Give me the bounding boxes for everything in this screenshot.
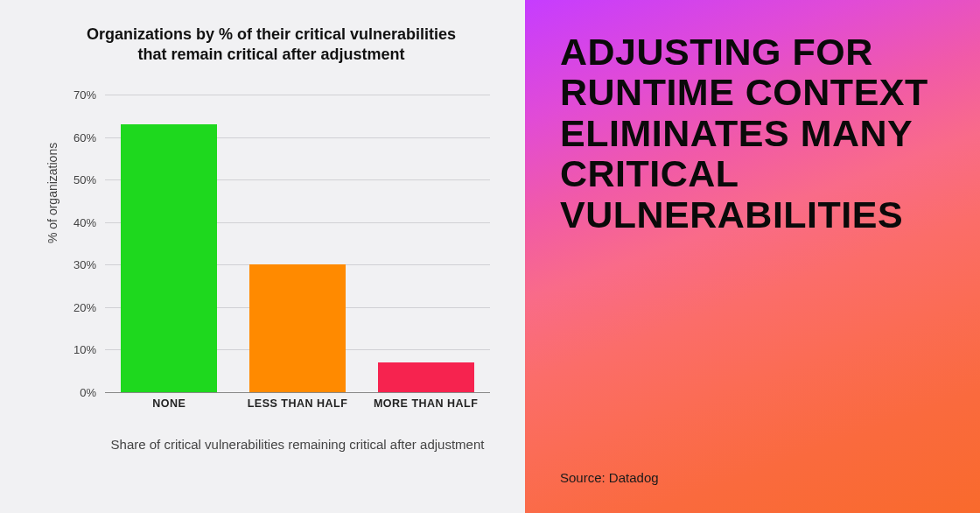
bar xyxy=(249,264,346,392)
headline-panel: ADJUSTING FOR RUNTIME CONTEXT ELIMINATES… xyxy=(525,0,980,513)
x-axis-label: Share of critical vulnerabilities remain… xyxy=(105,436,490,453)
headline-text: ADJUSTING FOR RUNTIME CONTEXT ELIMINATES… xyxy=(560,32,945,235)
y-tick-label: 40% xyxy=(52,215,96,228)
x-tick-label: MORE THAN HALF xyxy=(362,397,490,410)
y-tick-label: 60% xyxy=(52,130,96,144)
chart-title: Organizations by % of their critical vul… xyxy=(70,25,472,66)
y-tick-label: 70% xyxy=(52,88,96,102)
y-tick-label: 10% xyxy=(52,343,96,356)
bar xyxy=(121,124,217,392)
chart-panel: Organizations by % of their critical vul… xyxy=(0,0,525,513)
figure-root: Organizations by % of their critical vul… xyxy=(0,0,980,513)
source-text: Source: Datadog xyxy=(560,470,945,485)
bar xyxy=(378,362,474,392)
plot-area: 0%10%20%30%40%50%60%70%NONELESS THAN HAL… xyxy=(105,95,490,392)
y-tick-label: 20% xyxy=(52,300,96,313)
gridline xyxy=(105,392,490,393)
x-tick-label: NONE xyxy=(105,397,233,410)
x-tick-label: LESS THAN HALF xyxy=(234,397,361,410)
y-tick-label: 50% xyxy=(52,173,96,186)
gridline xyxy=(105,95,490,95)
y-tick-label: 0% xyxy=(52,386,96,399)
y-tick-label: 30% xyxy=(52,258,96,271)
